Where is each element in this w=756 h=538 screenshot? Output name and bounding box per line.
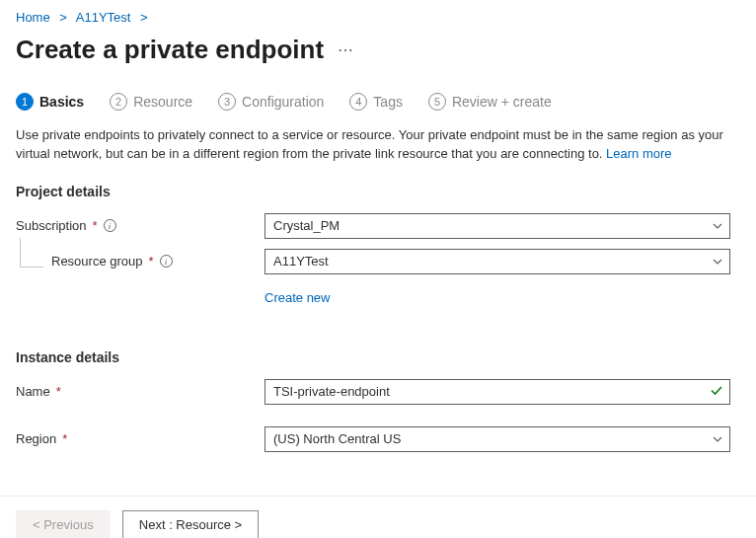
- tab-number: 3: [218, 93, 236, 111]
- create-new-link[interactable]: Create new: [265, 290, 330, 305]
- tab-resource[interactable]: 2 Resource: [110, 93, 192, 111]
- chevron-right-icon: >: [134, 10, 154, 25]
- chevron-right-icon: >: [53, 10, 73, 25]
- resource-group-value: A11YTest: [273, 254, 329, 269]
- label-name: Name: [16, 384, 50, 399]
- breadcrumb-home[interactable]: Home: [16, 10, 50, 25]
- tab-number: 4: [349, 93, 367, 111]
- required-mark: *: [93, 218, 98, 233]
- region-value: (US) North Central US: [273, 431, 401, 446]
- breadcrumb-item[interactable]: A11YTest: [76, 10, 131, 25]
- label-resource-group: Resource group: [51, 254, 143, 269]
- subscription-value: Crystal_PM: [273, 218, 340, 233]
- tab-label: Resource: [133, 94, 192, 110]
- next-button[interactable]: Next : Resource >: [122, 510, 259, 538]
- wizard-footer: < Previous Next : Resource >: [0, 496, 756, 538]
- region-select[interactable]: (US) North Central US: [265, 426, 730, 452]
- subscription-select[interactable]: Crystal_PM: [265, 213, 730, 239]
- tab-basics[interactable]: 1 Basics: [16, 93, 84, 111]
- tab-configuration[interactable]: 3 Configuration: [218, 93, 324, 111]
- tab-number: 1: [16, 93, 34, 111]
- info-icon[interactable]: i: [104, 219, 116, 232]
- tab-label: Basics: [39, 94, 84, 110]
- page-title: Create a private endpoint: [16, 35, 324, 65]
- resource-group-select[interactable]: A11YTest: [265, 249, 730, 274]
- previous-button: < Previous: [16, 510, 111, 538]
- wizard-tabs: 1 Basics 2 Resource 3 Configuration 4 Ta…: [16, 93, 740, 126]
- name-input[interactable]: [265, 379, 730, 405]
- tab-label: Configuration: [242, 94, 324, 110]
- tab-review-create[interactable]: 5 Review + create: [428, 93, 552, 111]
- section-project-details: Project details: [16, 184, 740, 199]
- tab-label: Tags: [373, 94, 403, 110]
- breadcrumb: Home > A11YTest >: [16, 8, 740, 35]
- required-mark: *: [62, 431, 67, 446]
- description-text: Use private endpoints to privately conne…: [16, 126, 740, 164]
- learn-more-link[interactable]: Learn more: [606, 146, 671, 161]
- label-region: Region: [16, 431, 56, 446]
- tab-label: Review + create: [452, 94, 552, 110]
- checkmark-icon: [710, 383, 723, 400]
- info-icon[interactable]: i: [160, 255, 173, 268]
- section-instance-details: Instance details: [16, 349, 740, 365]
- required-mark: *: [149, 254, 154, 269]
- tab-number: 2: [110, 93, 127, 111]
- tab-number: 5: [428, 93, 446, 111]
- tree-connector-icon: [20, 238, 43, 268]
- more-icon[interactable]: ⋯: [338, 40, 354, 59]
- required-mark: *: [56, 384, 61, 399]
- tab-tags[interactable]: 4 Tags: [349, 93, 403, 111]
- label-subscription: Subscription: [16, 218, 87, 233]
